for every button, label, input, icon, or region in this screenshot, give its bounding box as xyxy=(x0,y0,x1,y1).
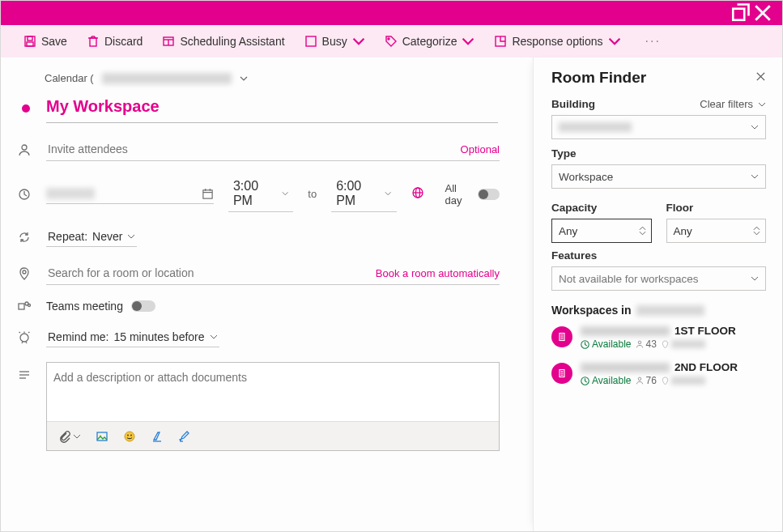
popout-button[interactable] xyxy=(729,2,751,24)
capacity-count: 43 xyxy=(636,338,656,350)
emoji-icon xyxy=(123,430,136,443)
workspace-badge xyxy=(551,326,572,347)
scheduling-icon xyxy=(162,35,175,48)
features-value: Not available for workspaces xyxy=(559,273,699,285)
main-area: Calendar ( Optional xyxy=(1,57,782,531)
ink-button[interactable] xyxy=(178,430,191,443)
attach-button[interactable] xyxy=(58,430,81,443)
scheduling-assistant-button[interactable]: Scheduling Assistant xyxy=(155,32,291,51)
type-select[interactable]: Workspace xyxy=(551,164,766,189)
type-label: Type xyxy=(551,147,577,160)
room-finder-title: Room Finder xyxy=(551,69,646,87)
svg-point-14 xyxy=(388,38,389,40)
spinner-arrows[interactable] xyxy=(639,226,646,236)
start-time-picker[interactable]: 3:00 PM xyxy=(228,176,293,212)
floor-label: Floor xyxy=(666,202,694,214)
workspace-result[interactable]: 2ND FLOOR Available 76 xyxy=(551,361,766,386)
svg-rect-4 xyxy=(28,36,32,40)
chevron-down-icon xyxy=(462,35,474,48)
svg-rect-18 xyxy=(203,189,212,198)
end-time-picker[interactable]: 6:00 PM xyxy=(331,176,396,212)
workspace-results-list: 1ST FLOOR Available 43 2ND FLOOR xyxy=(551,325,766,386)
svg-line-33 xyxy=(22,342,23,343)
pen-icon xyxy=(178,430,191,443)
formatting-button[interactable] xyxy=(151,430,164,443)
calendar-picker[interactable]: Calendar ( xyxy=(45,72,517,84)
spinner-arrows[interactable] xyxy=(753,226,760,236)
capacity-spinner[interactable]: Any xyxy=(551,219,652,243)
chevron-down-icon xyxy=(385,191,391,196)
teams-meeting-toggle[interactable] xyxy=(131,300,155,312)
busy-label: Busy xyxy=(322,35,347,48)
teams-meeting-label: Teams meeting xyxy=(46,300,123,313)
workspaces-in-label: Workspaces in xyxy=(551,304,632,317)
calendar-account-redacted xyxy=(102,73,232,84)
save-button[interactable]: Save xyxy=(17,32,74,51)
chevron-down-icon xyxy=(352,35,365,48)
tag-icon xyxy=(385,35,398,48)
format-icon xyxy=(151,430,164,443)
window-titlebar xyxy=(1,1,782,25)
busy-icon xyxy=(304,35,317,48)
svg-line-31 xyxy=(19,332,21,333)
chevron-down-icon xyxy=(608,35,621,48)
ellipsis-icon: ··· xyxy=(640,34,666,49)
workspace-badge xyxy=(551,363,572,384)
time-to-label: to xyxy=(308,188,317,200)
svg-point-16 xyxy=(22,145,27,150)
repeat-dropdown[interactable]: Repeat: Never xyxy=(46,227,137,247)
svg-point-28 xyxy=(28,304,31,307)
description-textarea[interactable] xyxy=(47,363,499,421)
repeat-icon xyxy=(17,231,32,244)
close-window-button[interactable] xyxy=(751,2,774,24)
features-label: Features xyxy=(551,249,597,262)
optional-attendees-link[interactable]: Optional xyxy=(461,143,500,155)
command-toolbar: Save Discard Scheduling Assistant Busy C… xyxy=(1,25,782,57)
workspaces-heading: Workspaces in xyxy=(551,304,766,317)
event-color-dot xyxy=(22,104,30,113)
close-room-finder-button[interactable] xyxy=(755,70,766,85)
categorize-dropdown[interactable]: Categorize xyxy=(378,32,482,51)
book-room-auto-link[interactable]: Book a room automatically xyxy=(376,267,500,279)
event-title-input[interactable] xyxy=(46,94,498,123)
paperclip-icon xyxy=(58,430,71,443)
discard-button[interactable]: Discard xyxy=(80,32,149,51)
location-input[interactable] xyxy=(46,262,369,284)
svg-point-25 xyxy=(23,270,26,274)
teams-icon xyxy=(17,300,32,313)
type-value: Workspace xyxy=(559,171,613,183)
building-select[interactable] xyxy=(551,115,766,139)
building-icon xyxy=(557,368,567,378)
reminder-dropdown[interactable]: Remind me: 15 minutes before xyxy=(46,327,219,347)
svg-point-52 xyxy=(639,341,642,344)
emoji-button[interactable] xyxy=(123,430,136,443)
date-picker[interactable] xyxy=(46,185,214,204)
clear-filters-link[interactable]: Clear filters xyxy=(700,98,766,110)
calendar-icon xyxy=(202,188,214,200)
busy-dropdown[interactable]: Busy xyxy=(298,32,372,51)
end-time-value: 6:00 PM xyxy=(336,179,377,208)
floor-spinner[interactable]: Any xyxy=(666,219,767,243)
svg-point-58 xyxy=(639,377,642,381)
svg-line-32 xyxy=(28,332,30,333)
building-label: Building xyxy=(551,98,595,110)
capacity-value: Any xyxy=(559,225,577,237)
trash-icon xyxy=(87,35,100,48)
workspace-location xyxy=(662,377,705,385)
response-options-dropdown[interactable]: Response options xyxy=(487,32,627,51)
chevron-down-icon xyxy=(282,191,288,196)
chevron-down-icon xyxy=(758,102,766,107)
bell-icon xyxy=(17,331,32,344)
timezone-button[interactable] xyxy=(411,186,424,202)
workspace-result[interactable]: 1ST FLOOR Available 43 xyxy=(551,325,766,350)
close-icon xyxy=(755,71,766,82)
workspaces-building-redacted xyxy=(636,305,704,316)
attendees-input[interactable] xyxy=(46,138,461,160)
more-button[interactable]: ··· xyxy=(634,31,672,52)
start-time-value: 3:00 PM xyxy=(233,179,274,208)
all-day-toggle[interactable] xyxy=(478,189,500,200)
features-select[interactable]: Not available for workspaces xyxy=(551,266,766,291)
response-icon xyxy=(494,35,507,48)
insert-image-button[interactable] xyxy=(96,430,109,443)
building-value-redacted xyxy=(559,122,632,132)
